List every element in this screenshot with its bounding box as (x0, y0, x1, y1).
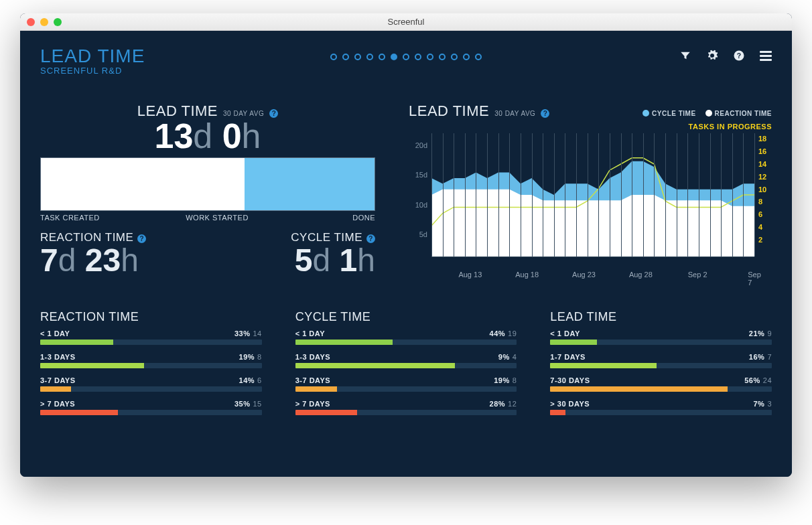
bucket-pct: 19% (494, 376, 510, 384)
gridline (621, 133, 622, 256)
distribution-row: < 1 DAY21%9 (550, 329, 772, 345)
pager-dot[interactable] (451, 54, 458, 60)
gridline (643, 133, 644, 256)
reaction-time-value: 7d 23h (40, 244, 146, 277)
bucket-pct: 7% (753, 400, 764, 408)
bucket-bar (550, 386, 728, 392)
y-tick: 5d (409, 230, 427, 238)
y2-tick: 2 (758, 236, 772, 244)
pager-dot[interactable] (379, 54, 385, 60)
gridline (721, 133, 722, 256)
distribution-row: 3-7 DAYS14%6 (40, 376, 262, 392)
bucket-pct: 9% (498, 353, 510, 361)
bucket-count: 12 (508, 400, 517, 408)
tasks-in-progress-label: TASKS IN PROGRESS (409, 123, 772, 131)
bucket-pct: 33% (234, 329, 251, 338)
gridline (454, 133, 454, 256)
gridline (732, 133, 733, 256)
gridline (754, 133, 755, 256)
filter-icon[interactable] (679, 50, 691, 62)
gridline (699, 133, 699, 256)
bucket-bar (550, 363, 657, 368)
menu-icon[interactable] (760, 51, 772, 61)
bucket-pct: 16% (749, 353, 765, 361)
chart-title: LEAD TIME (409, 102, 489, 120)
bar-label-started: WORK STARTED (186, 214, 249, 222)
distribution-row: > 7 DAYS28%12 (295, 400, 517, 415)
dashboard: LEAD TIME SCREENFUL R&D ? LEAD TIME 30 D… (20, 31, 792, 477)
gear-icon[interactable] (706, 50, 718, 62)
bucket-pct: 35% (234, 400, 251, 408)
bucket-pct: 21% (749, 329, 765, 338)
pager-dot[interactable] (342, 54, 349, 60)
bucket-label: < 1 DAY (40, 329, 70, 338)
distribution-row: 1-3 DAYS9%4 (295, 353, 517, 368)
help-icon[interactable]: ? (269, 109, 278, 118)
chart-legend: CYCLE TIME REACTION TIME (642, 110, 772, 117)
bucket-count: 8 (513, 376, 517, 384)
bucket-label: 1-3 DAYS (295, 353, 331, 361)
bucket-count: 3 (767, 400, 772, 408)
pager-dot[interactable] (403, 54, 409, 60)
window-title: Screenful (20, 17, 792, 27)
bucket-bar (550, 410, 565, 415)
x-tick: Aug 28 (629, 271, 653, 279)
lead-time-chart: 20d15d10d5d 18161412108642 Aug 13Aug 18A… (409, 133, 772, 257)
y2-tick: 6 (758, 210, 772, 218)
distribution-row: < 1 DAY44%19 (295, 329, 517, 345)
y2-tick: 14 (758, 160, 772, 168)
bucket-bar (295, 363, 455, 368)
help-icon[interactable]: ? (137, 234, 146, 243)
bucket-label: 1-3 DAYS (40, 353, 76, 361)
bucket-count: 15 (253, 400, 261, 408)
gridline (610, 133, 610, 256)
page-subtitle: SCREENFUL R&D (40, 66, 145, 76)
gridline (632, 133, 632, 256)
bucket-label: 3-7 DAYS (295, 376, 331, 384)
distribution-title: LEAD TIME (550, 310, 772, 324)
distribution-row: 3-7 DAYS19%8 (295, 376, 517, 392)
gridline (554, 133, 555, 256)
pager-dot[interactable] (439, 54, 446, 60)
lead-time-bar (40, 157, 375, 211)
pager-dot[interactable] (415, 54, 421, 60)
gridline (665, 133, 666, 256)
help-icon[interactable]: ? (733, 50, 745, 62)
pager-dot[interactable] (330, 54, 337, 60)
gridline (532, 133, 533, 256)
bucket-label: > 30 DAYS (550, 400, 590, 408)
bucket-label: > 7 DAYS (40, 400, 75, 408)
titlebar: Screenful (20, 13, 792, 31)
y2-tick: 4 (758, 223, 772, 231)
cycle-time-value: 5d 1h (291, 244, 375, 277)
distribution-row: < 1 DAY33%14 (40, 329, 262, 345)
x-tick: Aug 13 (458, 271, 482, 279)
bucket-bar (295, 340, 393, 345)
bucket-count: 24 (763, 376, 772, 384)
x-tick: Aug 18 (515, 271, 539, 279)
gridline (743, 133, 744, 256)
distribution-row: > 30 DAYS7%3 (550, 400, 772, 415)
bar-label-created: TASK CREATED (40, 214, 100, 222)
y-tick: 10d (409, 201, 427, 209)
bucket-bar (295, 386, 338, 392)
gridline (509, 133, 510, 256)
bucket-bar (40, 340, 113, 345)
pager-dot[interactable] (463, 54, 470, 60)
pager-dot[interactable] (354, 54, 361, 60)
gridline (687, 133, 688, 256)
gridline (431, 133, 432, 256)
pager-dot[interactable] (391, 54, 397, 60)
y2-tick: 18 (758, 135, 772, 143)
pager-dot[interactable] (366, 54, 373, 60)
bucket-count: 19 (508, 329, 517, 338)
page-indicator[interactable] (330, 54, 482, 60)
page-title: LEAD TIME (40, 46, 145, 67)
y2-tick: 16 (758, 147, 772, 155)
pager-dot[interactable] (475, 54, 482, 60)
bar-label-done: DONE (352, 214, 375, 222)
bucket-label: < 1 DAY (550, 329, 580, 338)
help-icon[interactable]: ? (541, 109, 549, 118)
distribution-row: 7-30 DAYS56%24 (550, 376, 772, 392)
pager-dot[interactable] (427, 54, 433, 60)
